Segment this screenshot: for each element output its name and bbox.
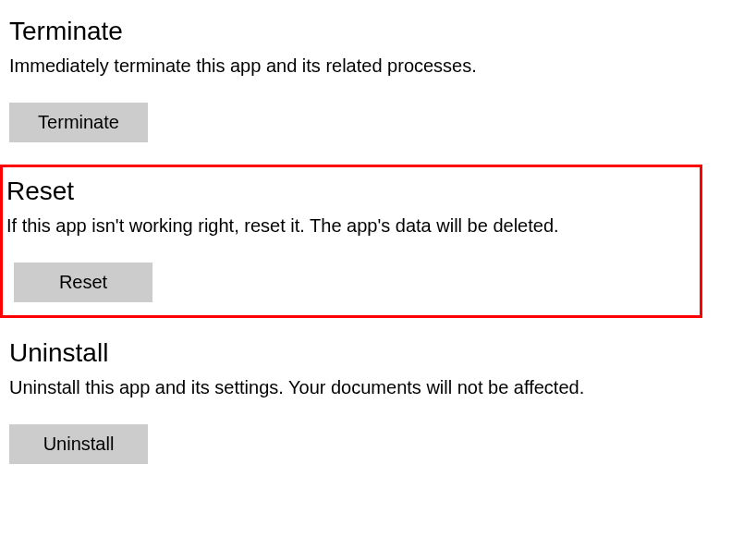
reset-section: Reset If this app isn't working right, r…	[0, 165, 702, 318]
terminate-heading: Terminate	[9, 17, 747, 46]
reset-description: If this app isn't working right, reset i…	[6, 215, 696, 237]
uninstall-button[interactable]: Uninstall	[9, 424, 148, 464]
terminate-description: Immediately terminate this app and its r…	[9, 55, 747, 77]
uninstall-section: Uninstall Uninstall this app and its set…	[0, 318, 756, 464]
reset-heading: Reset	[6, 177, 696, 206]
uninstall-description: Uninstall this app and its settings. You…	[9, 377, 747, 398]
reset-button[interactable]: Reset	[14, 263, 152, 302]
terminate-section: Terminate Immediately terminate this app…	[0, 0, 756, 165]
uninstall-heading: Uninstall	[9, 338, 747, 368]
terminate-button[interactable]: Terminate	[9, 103, 148, 142]
